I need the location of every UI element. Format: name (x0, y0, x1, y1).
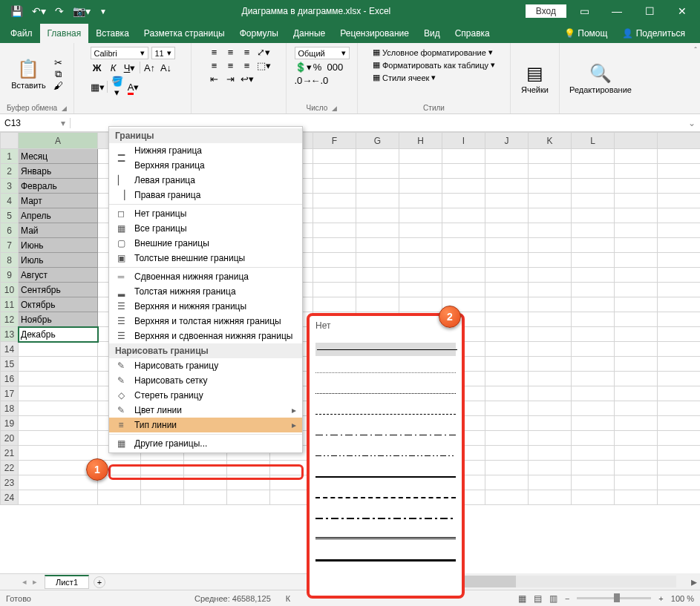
row-header[interactable]: 12 (1, 312, 19, 327)
merge-icon[interactable]: ⬚▾ (257, 60, 270, 71)
cell[interactable] (399, 238, 442, 253)
cell[interactable] (356, 149, 399, 164)
cell[interactable] (572, 357, 615, 372)
cell[interactable] (184, 490, 227, 505)
cell[interactable]: Ноябрь (19, 312, 98, 327)
row-header[interactable]: 10 (1, 283, 19, 297)
border-left-item[interactable]: ▏Левая граница (109, 173, 302, 188)
cell[interactable] (485, 164, 529, 179)
cell[interactable] (529, 357, 572, 372)
redo-icon[interactable]: ↷ (55, 5, 64, 17)
row-header[interactable]: 23 (1, 475, 19, 490)
conditional-formatting-button[interactable]: ▦Условное форматирование ▾ (370, 47, 495, 58)
cell[interactable] (313, 149, 356, 164)
cell[interactable] (615, 283, 658, 297)
cell[interactable] (19, 446, 98, 461)
cell[interactable] (442, 223, 485, 238)
cell[interactable] (442, 164, 485, 179)
cell[interactable] (313, 194, 356, 208)
tab-help[interactable]: Справка (448, 24, 497, 43)
cell[interactable]: Декабрь (19, 327, 98, 342)
grow-font-icon[interactable]: A↑ (143, 62, 157, 73)
shrink-font-icon[interactable]: A↓ (160, 62, 173, 73)
border-none-item[interactable]: ◻Нет границы (109, 206, 302, 221)
cell[interactable] (313, 297, 356, 312)
cell[interactable] (227, 461, 270, 475)
cell[interactable] (485, 327, 529, 342)
cell[interactable] (141, 461, 184, 475)
bold-button[interactable]: Ж (91, 62, 104, 73)
cell[interactable] (399, 253, 442, 268)
zoom-out-button[interactable]: − (565, 594, 569, 603)
cell[interactable] (399, 164, 442, 179)
view-page-layout-icon[interactable]: ▤ (534, 593, 542, 604)
cell[interactable] (529, 194, 572, 208)
cell[interactable] (19, 490, 98, 505)
cell[interactable] (485, 386, 529, 401)
tab-review[interactable]: Рецензирование (333, 24, 416, 43)
cell[interactable] (19, 416, 98, 431)
col-header[interactable]: J (485, 133, 529, 149)
cell[interactable] (572, 475, 615, 490)
cell[interactable] (658, 386, 701, 401)
cell[interactable] (227, 475, 270, 490)
cell[interactable] (572, 342, 615, 357)
cell[interactable] (572, 416, 615, 431)
cell[interactable] (485, 431, 529, 446)
cell[interactable] (529, 461, 572, 475)
cell[interactable] (313, 238, 356, 253)
cell[interactable] (572, 149, 615, 164)
tab-home[interactable]: Главная (40, 24, 89, 43)
ribbon-options-icon[interactable]: ▭ (569, 1, 599, 21)
row-header[interactable]: 16 (1, 372, 19, 386)
cell[interactable] (485, 283, 529, 297)
login-button[interactable]: Вход (526, 4, 566, 18)
cell[interactable] (19, 357, 98, 372)
font-color-icon[interactable]: A▾ (127, 82, 140, 93)
row-header[interactable]: 9 (1, 268, 19, 283)
cell[interactable] (485, 223, 529, 238)
undo-icon[interactable]: ↶▾ (32, 5, 46, 17)
cell[interactable] (313, 164, 356, 179)
cell[interactable] (529, 401, 572, 416)
col-header-a[interactable]: A (19, 133, 98, 149)
line-style-thin[interactable] (315, 343, 456, 356)
tab-insert[interactable]: Вставка (88, 24, 137, 43)
percent-icon[interactable]: % (311, 62, 324, 73)
row-header[interactable]: 1 (1, 149, 19, 164)
row-header[interactable]: 22 (1, 461, 19, 475)
number-format-combo[interactable]: Общий▾ (295, 47, 350, 59)
cell[interactable] (529, 179, 572, 194)
cell[interactable] (399, 283, 442, 297)
cell[interactable] (658, 164, 701, 179)
cell[interactable] (529, 268, 572, 283)
borders-button[interactable]: ▦▾ (91, 82, 104, 93)
cell[interactable] (615, 164, 658, 179)
cell[interactable] (485, 490, 529, 505)
cell[interactable]: Июль (19, 253, 98, 268)
cell[interactable] (658, 431, 701, 446)
more-borders-item[interactable]: ▦Другие границы... (109, 436, 302, 451)
cell[interactable] (529, 238, 572, 253)
border-right-item[interactable]: ▕Правая граница (109, 188, 302, 202)
row-header[interactable]: 6 (1, 223, 19, 238)
cell[interactable] (19, 342, 98, 357)
cell[interactable] (529, 475, 572, 490)
view-page-break-icon[interactable]: ▥ (549, 593, 557, 604)
border-top-bottom-item[interactable]: ☰Верхняя и нижняя границы (109, 299, 302, 314)
cell[interactable] (98, 490, 141, 505)
align-left-icon[interactable]: ≡ (208, 60, 221, 71)
cell[interactable] (615, 268, 658, 283)
cell[interactable] (572, 194, 615, 208)
zoom-level[interactable]: 100 % (671, 594, 694, 603)
underline-button[interactable]: Ч▾ (123, 62, 137, 73)
cell[interactable] (356, 283, 399, 297)
row-header[interactable]: 8 (1, 253, 19, 268)
row-header[interactable]: 18 (1, 401, 19, 416)
line-style-dashdotdot[interactable] (315, 451, 456, 460)
sheet-prev-icon[interactable]: ◂ (22, 577, 27, 587)
cell[interactable] (485, 179, 529, 194)
cell[interactable] (442, 149, 485, 164)
cell[interactable] (572, 461, 615, 475)
col-header[interactable]: H (399, 133, 442, 149)
